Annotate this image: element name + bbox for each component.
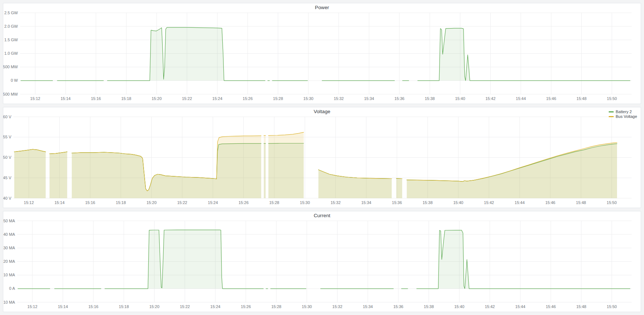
voltage-chart[interactable]: 60 V55 V50 V45 V40 V15:1215:1415:1615:18…: [3, 115, 641, 208]
svg-text:1.0 GW: 1.0 GW: [4, 51, 18, 55]
panel-power-header[interactable]: Power: [3, 3, 641, 11]
svg-text:15:40: 15:40: [454, 304, 464, 309]
svg-text:2.0 GW: 2.0 GW: [4, 24, 18, 28]
svg-text:15:16: 15:16: [88, 304, 98, 309]
chart-svg: 50 MA40 MA30 MA20 MA10 MA0 A-10 MA15:121…: [3, 219, 641, 312]
svg-text:15:28: 15:28: [269, 200, 280, 205]
svg-text:15:28: 15:28: [273, 96, 283, 101]
svg-text:15:38: 15:38: [424, 304, 434, 309]
svg-text:15:40: 15:40: [455, 96, 465, 101]
legend-label-bus-voltage: Bus Voltage: [616, 114, 637, 119]
svg-text:15:46: 15:46: [546, 96, 557, 101]
panel-title-current: Current: [314, 213, 331, 218]
svg-text:15:20: 15:20: [149, 304, 160, 309]
svg-text:15:50: 15:50: [607, 96, 617, 101]
svg-text:15:46: 15:46: [545, 200, 555, 205]
svg-text:15:22: 15:22: [177, 200, 187, 205]
voltage-legend: Battery 2 Bus Voltage: [609, 110, 637, 119]
svg-text:15:48: 15:48: [577, 96, 587, 101]
svg-text:40 MA: 40 MA: [3, 232, 15, 237]
svg-text:-10 MA: -10 MA: [3, 300, 15, 304]
power-chart[interactable]: 2.5 GW2.0 GW1.5 GW1.0 GW500 MW0 W-500 MW…: [3, 11, 641, 104]
svg-text:15:24: 15:24: [208, 200, 218, 205]
svg-text:15:24: 15:24: [212, 96, 223, 101]
svg-text:40 V: 40 V: [3, 196, 12, 200]
svg-text:15:12: 15:12: [24, 200, 34, 205]
svg-text:15:44: 15:44: [516, 96, 526, 101]
svg-text:2.5 GW: 2.5 GW: [4, 11, 18, 15]
svg-text:15:38: 15:38: [425, 96, 435, 101]
svg-text:15:44: 15:44: [515, 200, 525, 205]
svg-text:15:14: 15:14: [54, 200, 65, 205]
svg-text:60 V: 60 V: [3, 115, 12, 119]
svg-text:500 MW: 500 MW: [3, 65, 18, 69]
svg-text:15:50: 15:50: [607, 200, 617, 205]
svg-text:15:42: 15:42: [484, 200, 494, 205]
svg-text:15:12: 15:12: [30, 96, 40, 101]
current-chart[interactable]: 50 MA40 MA30 MA20 MA10 MA0 A-10 MA15:121…: [3, 219, 641, 312]
legend-label-battery-2: Battery 2: [616, 110, 632, 114]
svg-text:15:26: 15:26: [238, 200, 249, 205]
svg-text:15:18: 15:18: [119, 304, 129, 309]
chart-svg: 2.5 GW2.0 GW1.5 GW1.0 GW500 MW0 W-500 MW…: [3, 11, 641, 104]
svg-text:15:22: 15:22: [182, 96, 192, 101]
svg-text:15:18: 15:18: [116, 200, 126, 205]
svg-text:15:14: 15:14: [61, 96, 71, 101]
svg-text:20 MA: 20 MA: [3, 259, 15, 264]
svg-text:15:22: 15:22: [180, 304, 190, 309]
svg-text:15:40: 15:40: [453, 200, 464, 205]
legend-item-battery-2[interactable]: Battery 2: [609, 110, 632, 114]
svg-text:15:34: 15:34: [361, 200, 371, 205]
svg-text:15:50: 15:50: [607, 304, 617, 309]
svg-text:50 MA: 50 MA: [3, 219, 15, 223]
panel-current: Current 50 MA40 MA30 MA20 MA10 MA0 A-10 …: [3, 211, 641, 312]
svg-text:15:42: 15:42: [485, 304, 495, 309]
svg-text:15:20: 15:20: [152, 96, 162, 101]
panel-title-power: Power: [315, 5, 329, 10]
svg-text:10 MA: 10 MA: [3, 273, 15, 277]
svg-text:15:30: 15:30: [300, 200, 310, 205]
svg-text:15:48: 15:48: [576, 200, 586, 205]
bus-voltage-series-swatch-icon: [609, 116, 614, 117]
svg-text:15:14: 15:14: [58, 304, 68, 309]
svg-text:15:28: 15:28: [271, 304, 281, 309]
dashboard-page: Power 2.5 GW2.0 GW1.5 GW1.0 GW500 MW0 W-…: [0, 0, 644, 315]
svg-text:15:32: 15:32: [331, 200, 341, 205]
svg-text:55 V: 55 V: [3, 135, 12, 139]
svg-text:15:24: 15:24: [210, 304, 220, 309]
svg-text:-500 MW: -500 MW: [3, 92, 18, 96]
battery-2-series-swatch-icon: [609, 111, 614, 112]
svg-text:15:38: 15:38: [423, 200, 433, 205]
svg-text:50 V: 50 V: [3, 155, 12, 160]
svg-text:15:36: 15:36: [394, 96, 405, 101]
svg-text:15:34: 15:34: [364, 96, 374, 101]
svg-text:15:36: 15:36: [392, 200, 402, 205]
svg-text:0 A: 0 A: [9, 286, 15, 291]
svg-text:15:32: 15:32: [332, 304, 343, 309]
svg-text:15:30: 15:30: [302, 304, 312, 309]
svg-text:15:20: 15:20: [147, 200, 157, 205]
svg-text:15:34: 15:34: [363, 304, 373, 309]
legend-item-bus-voltage[interactable]: Bus Voltage: [609, 114, 637, 119]
svg-text:15:16: 15:16: [91, 96, 101, 101]
svg-text:15:32: 15:32: [334, 96, 344, 101]
svg-text:15:44: 15:44: [515, 304, 526, 309]
svg-text:15:18: 15:18: [121, 96, 132, 101]
svg-text:45 V: 45 V: [3, 176, 12, 180]
svg-text:30 MA: 30 MA: [3, 246, 15, 250]
svg-text:15:42: 15:42: [485, 96, 496, 101]
chart-svg: 60 V55 V50 V45 V40 V15:1215:1415:1615:18…: [3, 115, 641, 208]
svg-text:15:26: 15:26: [241, 304, 251, 309]
panel-title-voltage: Voltage: [314, 109, 331, 114]
svg-text:15:16: 15:16: [85, 200, 95, 205]
svg-text:15:30: 15:30: [303, 96, 313, 101]
svg-text:15:12: 15:12: [27, 304, 38, 309]
panel-voltage-header[interactable]: Voltage: [3, 107, 641, 115]
svg-text:1.5 GW: 1.5 GW: [4, 38, 18, 42]
panel-voltage: Voltage 60 V55 V50 V45 V40 V15:1215:1415…: [3, 107, 641, 208]
panel-current-header[interactable]: Current: [3, 211, 641, 219]
svg-text:15:46: 15:46: [546, 304, 556, 309]
svg-text:15:36: 15:36: [393, 304, 403, 309]
svg-text:15:48: 15:48: [576, 304, 586, 309]
svg-text:0 W: 0 W: [11, 78, 18, 82]
